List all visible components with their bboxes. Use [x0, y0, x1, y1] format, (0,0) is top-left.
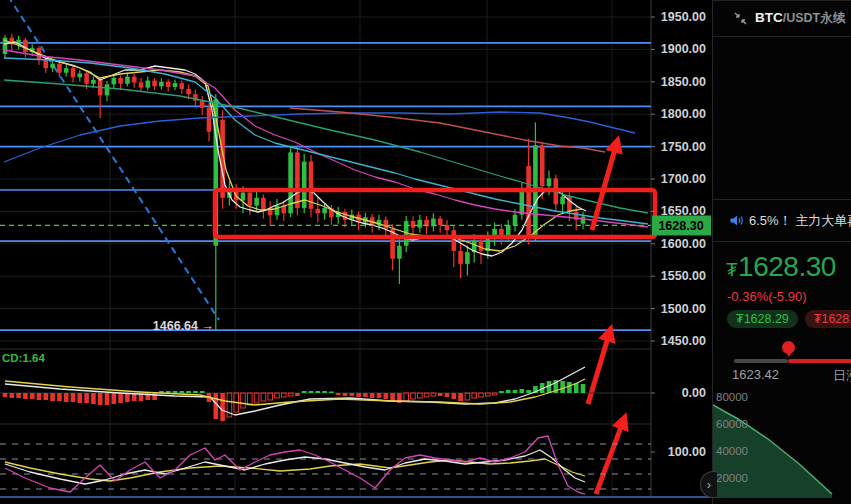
collapse-icon[interactable] [734, 12, 747, 25]
candle-body [173, 83, 178, 87]
macd-histogram-bar [363, 393, 368, 397]
candle-body [91, 80, 96, 84]
macd-histogram-bar [10, 393, 15, 398]
range-slider-marker[interactable] [782, 341, 795, 354]
candle-body [322, 208, 327, 213]
macd-histogram-bar [458, 393, 463, 401]
macd-histogram-bar [567, 382, 572, 393]
price-axis-label: 1600.00 [661, 237, 706, 251]
macd-histogram-bar [3, 393, 8, 397]
macd-histogram-bar [418, 393, 423, 398]
range-slider-track-left[interactable] [734, 359, 788, 363]
candle-body [581, 217, 586, 224]
candle-body [105, 84, 110, 95]
macd-histogram-bar [479, 393, 484, 397]
macd-histogram-bar [241, 393, 246, 408]
bid-ask-row: ₮1628.29₮1628.3 [727, 309, 851, 328]
candle-body [438, 219, 443, 225]
macd-histogram-bar [214, 393, 219, 419]
candle-body [397, 246, 402, 259]
right-panel: BTC/USDT永续 6.5%！ 主力大单再 ₮1628.30 -0.36%(-… [712, 0, 851, 504]
ask-price-badge: ₮1628.3 [805, 310, 851, 328]
macd-histogram-bar [282, 393, 287, 397]
bid-price-badge: ₮1628.29 [727, 310, 798, 328]
last-price: ₮1628.30 [726, 251, 836, 283]
candle-body [50, 64, 55, 69]
symbol-header: BTC/USDT永续 [713, 1, 851, 37]
main-chart-canvas[interactable]: 1466.64 →CD:1.641950.001900.001850.00180… [0, 0, 712, 504]
candle-body [540, 145, 545, 186]
depth-scale-label: 40000 [716, 445, 748, 457]
macd-histogram-bar [506, 390, 511, 393]
macd-histogram-bar [377, 393, 382, 398]
depth-scale-label: 80000 [716, 391, 748, 403]
candle-body [241, 193, 246, 201]
candle-body [526, 166, 531, 239]
macd-histogram-bar [71, 393, 76, 402]
macd-histogram-bar [91, 393, 96, 404]
price-axis-label: 1450.00 [661, 334, 706, 348]
macd-value-label: CD:1.64 [2, 352, 45, 364]
bullish-arrow-annotation [596, 419, 624, 494]
price-axis-label: 1800.00 [661, 107, 706, 121]
trading-app-window: 1466.64 →CD:1.641950.001900.001850.00180… [0, 0, 851, 504]
macd-histogram-bar [152, 393, 157, 400]
kdj-line-D [5, 459, 585, 481]
depth-scale-label: 20000 [716, 472, 748, 484]
candle-body [146, 81, 151, 88]
macd-histogram-bar [370, 393, 375, 398]
candle-body [159, 82, 164, 87]
candle-body [275, 206, 280, 216]
macd-histogram-bar [526, 390, 531, 393]
candle-body [384, 220, 389, 229]
macd-histogram-bar [438, 393, 443, 396]
range-slider-track-right[interactable] [788, 359, 851, 363]
macd-histogram-bar [560, 381, 565, 393]
macd-histogram-bar [268, 393, 273, 400]
macd-histogram-bar [186, 391, 191, 393]
depth-scale-label: 60000 [716, 418, 748, 430]
price-change: -0.36%(-5.90) [727, 289, 806, 304]
candle-body [78, 73, 83, 77]
candle-body [139, 82, 144, 87]
candle-body [465, 252, 470, 264]
kdj-line-J [5, 436, 585, 494]
macd-histogram-bar [295, 393, 300, 396]
macd-histogram-bar [220, 393, 225, 421]
candle-body [520, 191, 525, 214]
macd-histogram-bar [411, 393, 416, 399]
candle-body [248, 193, 253, 206]
macd-histogram-bar [180, 391, 185, 393]
macd-histogram-bar [50, 393, 55, 401]
macd-histogram-bar [329, 392, 334, 394]
candle-body [166, 82, 171, 87]
macd-histogram-bar [44, 393, 49, 400]
candle-body [560, 196, 565, 204]
announcement-bar[interactable]: 6.5%！ 主力大单再 [713, 199, 851, 242]
macd-histogram-bar [316, 391, 321, 393]
macd-histogram-bar [472, 393, 477, 398]
macd-histogram-bar [125, 393, 130, 402]
bullish-arrow-annotation [592, 142, 617, 230]
macd-axis-label: 0.00 [682, 386, 706, 400]
macd-histogram-bar [16, 393, 21, 398]
candle-body [180, 83, 185, 89]
usdt-currency-symbol: ₮ [726, 259, 737, 280]
macd-histogram-bar [112, 393, 117, 404]
candle-body [132, 77, 137, 83]
macd-histogram-bar [492, 393, 497, 395]
candle-body [186, 89, 191, 94]
candle-body [118, 78, 123, 84]
candle-body [71, 68, 76, 77]
macd-histogram-bar [23, 393, 28, 399]
flash-low-label: 1466.64 → [153, 319, 214, 333]
macd-histogram-bar [173, 391, 178, 393]
macd-histogram-bar [356, 393, 361, 397]
candle-body [23, 40, 28, 52]
macd-histogram-bar [288, 393, 293, 396]
macd-histogram-bar [520, 389, 525, 393]
candle-body [513, 215, 518, 225]
price-axis-label: 1550.00 [661, 269, 706, 283]
macd-histogram-bar [486, 393, 491, 396]
macd-histogram-bar [322, 391, 327, 393]
